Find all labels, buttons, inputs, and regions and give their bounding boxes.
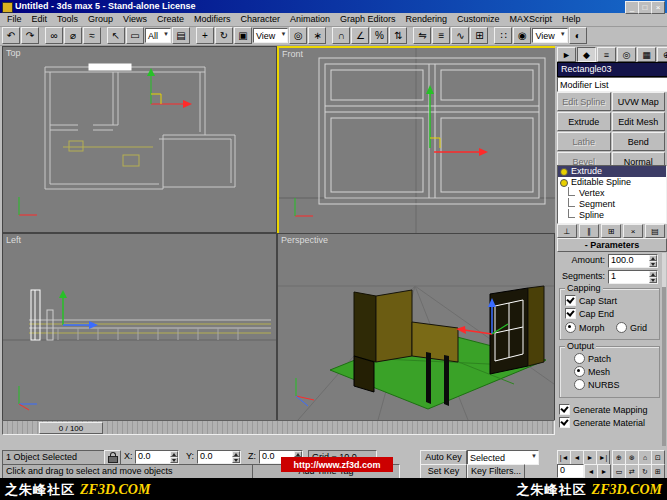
select-and-link-icon[interactable]: ∞ xyxy=(45,27,63,44)
selected-spline-segment[interactable] xyxy=(89,64,131,70)
utilities-tab-icon[interactable]: ⊕ xyxy=(657,47,667,62)
go-to-start-icon[interactable]: |◄ xyxy=(557,450,571,465)
prev-key-icon[interactable]: ◄ xyxy=(584,464,598,479)
menu-customize[interactable]: Customize xyxy=(452,13,505,26)
quick-render-icon[interactable]: ◐ xyxy=(569,27,587,44)
min-max-toggle-icon[interactable]: ⊞ xyxy=(651,464,665,479)
amount-spinner[interactable] xyxy=(649,255,657,267)
viewport-perspective-label[interactable]: Perspective xyxy=(281,235,328,245)
segments-field[interactable]: 1 xyxy=(608,270,658,284)
key-filters-button[interactable]: Key Filters... xyxy=(467,464,525,479)
x-coord-field[interactable]: 0.0 xyxy=(135,450,179,464)
y-coord-field[interactable]: 0.0 xyxy=(197,450,241,464)
viewport-front-label[interactable]: Front xyxy=(282,49,303,59)
next-key-icon[interactable]: ► xyxy=(597,464,611,479)
checkbox-icon[interactable] xyxy=(565,308,576,319)
selection-filter-dropdown[interactable]: All xyxy=(145,28,171,43)
mirror-icon[interactable]: ⇋ xyxy=(413,27,431,44)
menu-help[interactable]: Help xyxy=(557,13,586,26)
radio-icon[interactable] xyxy=(574,366,585,377)
radio-icon[interactable] xyxy=(574,353,585,364)
window-frame-splines[interactable] xyxy=(319,58,545,204)
spinner-snap-icon[interactable]: ⇅ xyxy=(389,27,407,44)
radio-icon[interactable] xyxy=(616,322,627,333)
lathe-button[interactable]: Lathe xyxy=(557,132,611,151)
viewport-front-active[interactable]: Front xyxy=(277,46,557,235)
uvw-map-button[interactable]: UVW Map xyxy=(612,92,666,111)
panel-scrollbar[interactable] xyxy=(662,253,666,446)
nurbs-radio[interactable]: NURBS xyxy=(574,379,620,390)
floor-plan-details[interactable] xyxy=(63,141,153,166)
zoom-extents-icon[interactable]: ⌂ xyxy=(638,450,652,465)
move-gizmo[interactable] xyxy=(147,68,192,108)
bind-to-space-warp-icon[interactable]: ≈ xyxy=(83,27,101,44)
menu-maxscript[interactable]: MAXScript xyxy=(505,13,558,26)
radio-icon[interactable] xyxy=(574,379,585,390)
floor-plan-walls[interactable] xyxy=(45,67,235,189)
menu-animation[interactable]: Animation xyxy=(285,13,335,26)
menu-file[interactable]: File xyxy=(2,13,27,26)
checkbox-icon[interactable] xyxy=(559,417,570,428)
snap-toggle-icon[interactable]: ∩ xyxy=(332,27,350,44)
viewport-perspective[interactable]: Perspective xyxy=(277,233,555,421)
material-editor-icon[interactable]: ∷ xyxy=(494,27,512,44)
morph-radio[interactable]: Morph xyxy=(565,322,605,333)
select-and-manipulate-icon[interactable]: ∗ xyxy=(308,27,326,44)
generate-mapping-checkbox[interactable]: Generate Mapping xyxy=(559,404,648,415)
timeline-slider[interactable]: 0 / 100 xyxy=(39,422,103,434)
object-name-field[interactable]: Rectangle03 xyxy=(557,62,667,77)
region-zoom-icon[interactable]: ▭ xyxy=(612,464,626,479)
prev-frame-icon[interactable]: ◄ xyxy=(570,450,584,465)
unlink-selection-icon[interactable]: ⌀ xyxy=(64,27,82,44)
render-scene-icon[interactable]: ◉ xyxy=(513,27,531,44)
auto-key-button[interactable]: Auto Key xyxy=(420,450,467,465)
mesh-radio[interactable]: Mesh xyxy=(574,366,610,377)
render-type-dropdown[interactable]: View xyxy=(532,28,567,43)
undo-icon[interactable]: ↶ xyxy=(2,27,20,44)
selection-lock-icon[interactable] xyxy=(104,450,121,465)
current-time-field[interactable]: 0 xyxy=(557,464,584,478)
amount-value[interactable]: 100.0 xyxy=(609,255,649,267)
arc-rotate-icon[interactable]: ↻ xyxy=(638,464,652,479)
menu-modifiers[interactable]: Modifiers xyxy=(189,13,236,26)
patch-radio[interactable]: Patch xyxy=(574,353,611,364)
show-end-result-icon[interactable]: ∥ xyxy=(579,224,599,238)
configure-stack-icon[interactable]: ▤ xyxy=(645,224,665,238)
redo-icon[interactable]: ↷ xyxy=(21,27,39,44)
viewport-left[interactable]: Left xyxy=(2,233,277,421)
percent-snap-icon[interactable]: % xyxy=(370,27,388,44)
stack-item-spline[interactable]: Spline xyxy=(558,210,666,221)
parameters-rollout-header[interactable]: - Parameters xyxy=(557,238,667,252)
checkbox-icon[interactable] xyxy=(565,295,576,306)
move-gizmo[interactable] xyxy=(59,290,98,329)
menu-create[interactable]: Create xyxy=(152,13,189,26)
align-icon[interactable]: ≡ xyxy=(432,27,450,44)
motion-tab-icon[interactable]: ◎ xyxy=(617,47,636,62)
x-coord-value[interactable]: 0.0 xyxy=(136,451,170,463)
select-object-icon[interactable]: ↖ xyxy=(107,27,125,44)
left-viewport-canvas[interactable] xyxy=(3,234,276,420)
grid-radio[interactable]: Grid xyxy=(616,322,647,333)
checkbox-icon[interactable] xyxy=(559,404,570,415)
menu-group[interactable]: Group xyxy=(83,13,118,26)
modifier-list-dropdown[interactable]: Modifier List xyxy=(557,77,667,92)
selection-region-icon[interactable]: ▭ xyxy=(126,27,144,44)
viewport-top[interactable]: Top xyxy=(2,46,277,233)
pin-stack-icon[interactable]: ⊥ xyxy=(557,224,577,238)
menu-character[interactable]: Character xyxy=(235,13,285,26)
zoom-all-icon[interactable]: ⊛ xyxy=(625,450,639,465)
select-by-name-icon[interactable]: ▤ xyxy=(172,27,190,44)
zoom-icon[interactable]: ⊕ xyxy=(612,450,626,465)
key-filter-selected-dropdown[interactable]: Selected xyxy=(467,450,539,465)
x-spinner[interactable] xyxy=(170,451,178,463)
edit-spline-button[interactable]: Edit Spline xyxy=(557,92,611,111)
menu-tools[interactable]: Tools xyxy=(52,13,83,26)
go-to-end-icon[interactable]: ►| xyxy=(596,450,610,465)
bend-button[interactable]: Bend xyxy=(612,132,666,151)
remove-modifier-icon[interactable]: × xyxy=(623,224,643,238)
play-icon[interactable]: ► xyxy=(583,450,597,465)
visibility-bulb-icon[interactable] xyxy=(560,168,568,176)
top-viewport-canvas[interactable] xyxy=(3,47,276,232)
spline-profile[interactable] xyxy=(47,310,53,340)
display-tab-icon[interactable]: ▦ xyxy=(637,47,656,62)
